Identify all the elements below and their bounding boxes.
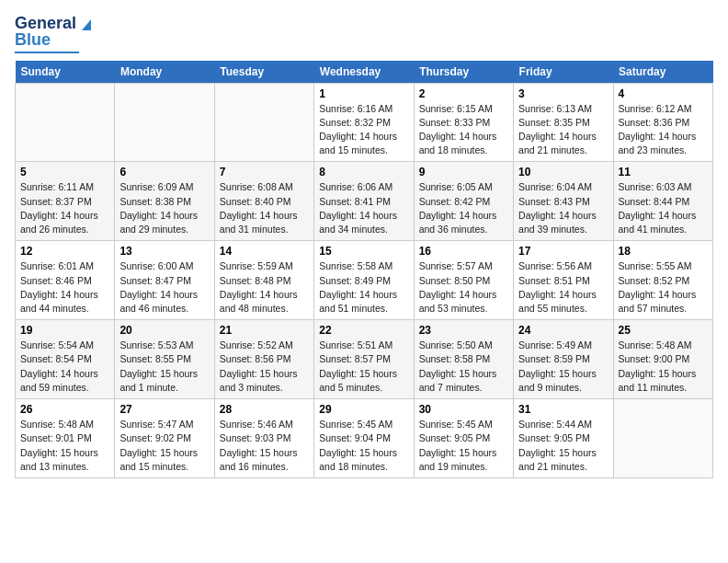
calendar-cell: 17Sunrise: 5:56 AM Sunset: 8:51 PM Dayli… <box>514 241 613 320</box>
calendar-cell: 9Sunrise: 6:05 AM Sunset: 8:42 PM Daylig… <box>414 162 513 241</box>
day-number: 25 <box>619 324 708 337</box>
calendar-cell: 18Sunrise: 5:55 AM Sunset: 8:52 PM Dayli… <box>613 241 712 320</box>
calendar-cell: 4Sunrise: 6:12 AM Sunset: 8:36 PM Daylig… <box>613 83 712 162</box>
day-number: 6 <box>119 166 209 178</box>
calendar-cell: 30Sunrise: 5:45 AM Sunset: 9:05 PM Dayli… <box>414 399 513 478</box>
day-info: Sunrise: 5:59 AM Sunset: 8:48 PM Dayligh… <box>220 259 309 316</box>
day-info: Sunrise: 5:58 AM Sunset: 8:49 PM Dayligh… <box>319 259 408 316</box>
day-number: 13 <box>119 245 209 258</box>
day-info: Sunrise: 5:48 AM Sunset: 9:01 PM Dayligh… <box>20 418 109 474</box>
day-info: Sunrise: 5:49 AM Sunset: 8:59 PM Dayligh… <box>518 339 608 395</box>
day-info: Sunrise: 5:45 AM Sunset: 9:04 PM Dayligh… <box>319 418 408 474</box>
calendar-cell: 31Sunrise: 5:44 AM Sunset: 9:05 PM Dayli… <box>514 399 613 478</box>
day-number: 18 <box>619 245 708 258</box>
week-row-5: 26Sunrise: 5:48 AM Sunset: 9:01 PM Dayli… <box>16 399 713 478</box>
day-info: Sunrise: 5:46 AM Sunset: 9:03 PM Dayligh… <box>220 418 309 474</box>
day-info: Sunrise: 5:48 AM Sunset: 9:00 PM Dayligh… <box>619 339 708 395</box>
day-info: Sunrise: 6:05 AM Sunset: 8:42 PM Dayligh… <box>419 180 508 236</box>
calendar-header-row: SundayMondayTuesdayWednesdayThursdayFrid… <box>16 61 713 84</box>
calendar-cell <box>613 399 712 478</box>
calendar-cell: 1Sunrise: 6:16 AM Sunset: 8:32 PM Daylig… <box>314 83 414 162</box>
logo-line <box>15 52 79 53</box>
day-info: Sunrise: 6:08 AM Sunset: 8:40 PM Dayligh… <box>220 180 309 236</box>
day-number: 16 <box>419 245 508 258</box>
calendar-cell <box>214 83 313 162</box>
day-info: Sunrise: 6:16 AM Sunset: 8:32 PM Dayligh… <box>319 102 408 158</box>
day-info: Sunrise: 5:56 AM Sunset: 8:51 PM Dayligh… <box>518 259 608 316</box>
day-number: 14 <box>220 245 309 258</box>
day-info: Sunrise: 5:47 AM Sunset: 9:02 PM Dayligh… <box>119 418 209 474</box>
day-info: Sunrise: 5:45 AM Sunset: 9:05 PM Dayligh… <box>419 418 508 474</box>
header-saturday: Saturday <box>613 61 712 84</box>
day-info: Sunrise: 6:15 AM Sunset: 8:33 PM Dayligh… <box>419 102 508 158</box>
calendar-cell: 24Sunrise: 5:49 AM Sunset: 8:59 PM Dayli… <box>514 320 613 399</box>
header-sunday: Sunday <box>16 61 115 84</box>
day-info: Sunrise: 6:03 AM Sunset: 8:44 PM Dayligh… <box>619 180 708 236</box>
week-row-1: 1Sunrise: 6:16 AM Sunset: 8:32 PM Daylig… <box>16 83 713 162</box>
calendar-cell: 22Sunrise: 5:51 AM Sunset: 8:57 PM Dayli… <box>314 320 414 399</box>
day-number: 20 <box>119 324 209 337</box>
day-number: 22 <box>319 324 408 337</box>
day-number: 2 <box>419 87 508 100</box>
day-number: 28 <box>220 403 309 416</box>
day-info: Sunrise: 6:00 AM Sunset: 8:47 PM Dayligh… <box>119 259 209 316</box>
day-info: Sunrise: 6:13 AM Sunset: 8:35 PM Dayligh… <box>518 102 608 158</box>
header-thursday: Thursday <box>414 61 513 84</box>
header-tuesday: Tuesday <box>214 61 313 84</box>
day-info: Sunrise: 5:52 AM Sunset: 8:56 PM Dayligh… <box>220 339 309 395</box>
calendar-cell: 29Sunrise: 5:45 AM Sunset: 9:04 PM Dayli… <box>314 399 414 478</box>
calendar-table: SundayMondayTuesdayWednesdayThursdayFrid… <box>15 61 713 478</box>
calendar-cell: 6Sunrise: 6:09 AM Sunset: 8:38 PM Daylig… <box>115 162 214 241</box>
day-number: 17 <box>518 245 608 258</box>
calendar-cell: 8Sunrise: 6:06 AM Sunset: 8:41 PM Daylig… <box>314 162 414 241</box>
logo-triangle-icon <box>78 16 95 32</box>
calendar-cell: 2Sunrise: 6:15 AM Sunset: 8:33 PM Daylig… <box>414 83 513 162</box>
calendar-cell: 21Sunrise: 5:52 AM Sunset: 8:56 PM Dayli… <box>214 320 313 399</box>
day-number: 12 <box>20 245 109 258</box>
svg-marker-0 <box>82 19 91 30</box>
day-info: Sunrise: 6:04 AM Sunset: 8:43 PM Dayligh… <box>518 180 608 236</box>
day-number: 7 <box>220 166 309 178</box>
header-monday: Monday <box>115 61 214 84</box>
page-header: General Blue <box>15 15 713 53</box>
day-number: 1 <box>319 87 408 100</box>
day-number: 30 <box>419 403 508 416</box>
day-number: 21 <box>220 324 309 337</box>
day-info: Sunrise: 6:11 AM Sunset: 8:37 PM Dayligh… <box>20 180 109 236</box>
day-info: Sunrise: 5:55 AM Sunset: 8:52 PM Dayligh… <box>619 259 708 316</box>
day-number: 27 <box>119 403 209 416</box>
calendar-cell: 13Sunrise: 6:00 AM Sunset: 8:47 PM Dayli… <box>115 241 214 320</box>
day-info: Sunrise: 5:54 AM Sunset: 8:54 PM Dayligh… <box>20 339 109 395</box>
calendar-cell: 20Sunrise: 5:53 AM Sunset: 8:55 PM Dayli… <box>115 320 214 399</box>
calendar-cell: 27Sunrise: 5:47 AM Sunset: 9:02 PM Dayli… <box>115 399 214 478</box>
logo-text-blue: Blue <box>15 31 51 50</box>
calendar-cell: 3Sunrise: 6:13 AM Sunset: 8:35 PM Daylig… <box>514 83 613 162</box>
calendar-cell: 15Sunrise: 5:58 AM Sunset: 8:49 PM Dayli… <box>314 241 414 320</box>
day-number: 26 <box>20 403 109 416</box>
day-number: 19 <box>20 324 109 337</box>
day-info: Sunrise: 5:51 AM Sunset: 8:57 PM Dayligh… <box>319 339 408 395</box>
calendar-cell: 14Sunrise: 5:59 AM Sunset: 8:48 PM Dayli… <box>214 241 313 320</box>
week-row-2: 5Sunrise: 6:11 AM Sunset: 8:37 PM Daylig… <box>16 162 713 241</box>
day-number: 23 <box>419 324 508 337</box>
day-info: Sunrise: 5:44 AM Sunset: 9:05 PM Dayligh… <box>518 418 608 474</box>
day-number: 31 <box>518 403 608 416</box>
calendar-cell: 28Sunrise: 5:46 AM Sunset: 9:03 PM Dayli… <box>214 399 313 478</box>
day-info: Sunrise: 6:12 AM Sunset: 8:36 PM Dayligh… <box>619 102 708 158</box>
calendar-cell: 19Sunrise: 5:54 AM Sunset: 8:54 PM Dayli… <box>16 320 115 399</box>
day-info: Sunrise: 6:06 AM Sunset: 8:41 PM Dayligh… <box>319 180 408 236</box>
day-number: 3 <box>518 87 608 100</box>
calendar-cell: 11Sunrise: 6:03 AM Sunset: 8:44 PM Dayli… <box>613 162 712 241</box>
day-info: Sunrise: 6:01 AM Sunset: 8:46 PM Dayligh… <box>20 259 109 316</box>
calendar-cell: 12Sunrise: 6:01 AM Sunset: 8:46 PM Dayli… <box>16 241 115 320</box>
day-number: 29 <box>319 403 408 416</box>
day-number: 11 <box>619 166 708 178</box>
calendar-cell <box>16 83 115 162</box>
calendar-cell: 25Sunrise: 5:48 AM Sunset: 9:00 PM Dayli… <box>613 320 712 399</box>
day-number: 4 <box>619 87 708 100</box>
logo: General Blue <box>15 15 95 53</box>
week-row-3: 12Sunrise: 6:01 AM Sunset: 8:46 PM Dayli… <box>16 241 713 320</box>
day-info: Sunrise: 6:09 AM Sunset: 8:38 PM Dayligh… <box>119 180 209 236</box>
header-wednesday: Wednesday <box>314 61 414 84</box>
day-info: Sunrise: 5:53 AM Sunset: 8:55 PM Dayligh… <box>119 339 209 395</box>
